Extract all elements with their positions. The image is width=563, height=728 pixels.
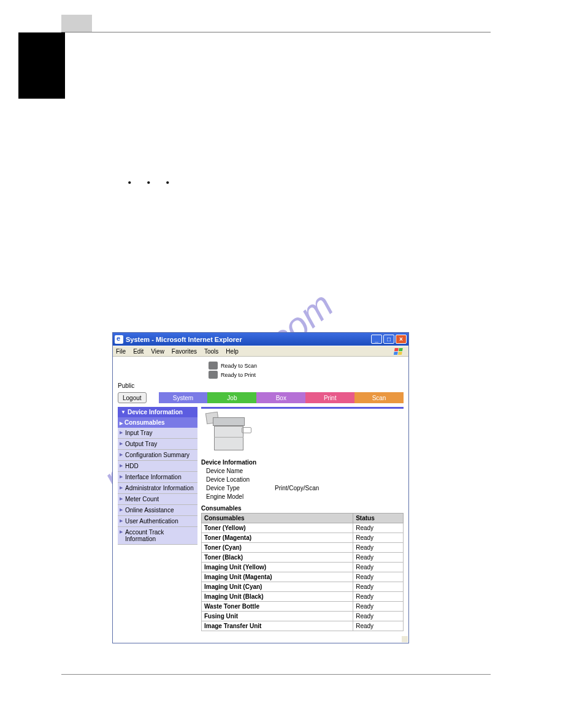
- menu-help[interactable]: Help: [226, 348, 239, 355]
- tab-job[interactable]: Job: [207, 392, 256, 403]
- consumable-status: Ready: [353, 572, 404, 582]
- sidebar-item-online-assist[interactable]: Online Assistance: [118, 505, 197, 516]
- table-row: Imaging Unit (Cyan)Ready: [202, 582, 404, 592]
- consumable-name: Toner (Cyan): [202, 543, 353, 553]
- table-row: Fusing UnitReady: [202, 612, 404, 621]
- consumables-table: Consumables Status Toner (Yellow)ReadyTo…: [201, 513, 404, 631]
- window-title: System - Microsoft Internet Explorer: [126, 336, 242, 343]
- svg-rect-4: [398, 352, 402, 355]
- window-maximize-button[interactable]: □: [383, 335, 394, 344]
- header-decorative-box: [61, 15, 92, 32]
- consumable-status: Ready: [353, 563, 404, 572]
- svg-rect-2: [399, 348, 403, 351]
- consumable-name: Imaging Unit (Black): [202, 592, 353, 602]
- consumable-status: Ready: [353, 582, 404, 592]
- label-device-type: Device Type: [206, 484, 275, 493]
- section-consumables: Consumables: [201, 505, 404, 512]
- value-device-type: Print/Copy/Scan: [275, 484, 319, 493]
- table-row: Toner (Magenta)Ready: [202, 533, 404, 543]
- consumable-status: Ready: [353, 553, 404, 563]
- consumable-status: Ready: [353, 621, 404, 631]
- ellipsis-text: . . .: [128, 170, 175, 188]
- header-rule: [61, 32, 491, 32]
- window-close-button[interactable]: ×: [396, 335, 407, 344]
- sidebar-item-interface-info[interactable]: Interface Information: [118, 472, 197, 483]
- section-tab-block: [18, 32, 65, 99]
- consumable-name: Image Transfer Unit: [202, 621, 353, 631]
- consumable-name: Imaging Unit (Cyan): [202, 582, 353, 592]
- consumable-status: Ready: [353, 543, 404, 553]
- sidebar-item-consumables[interactable]: Consumables: [118, 417, 197, 428]
- menu-favorites[interactable]: Favorites: [172, 348, 197, 355]
- main-content-panel: Device Information Device Name Device Lo…: [201, 407, 404, 659]
- col-status: Status: [353, 514, 404, 523]
- consumable-status: Ready: [353, 602, 404, 612]
- table-row: Imaging Unit (Black)Ready: [202, 592, 404, 602]
- window-minimize-button[interactable]: _: [371, 335, 382, 344]
- table-row: Waste Toner BottleReady: [202, 602, 404, 612]
- status-ready-print: Ready to Print: [221, 372, 256, 378]
- svg-rect-3: [394, 352, 398, 355]
- table-row: Image Transfer UnitReady: [202, 621, 404, 631]
- tab-scan[interactable]: Scan: [354, 392, 404, 403]
- logout-button[interactable]: Logout: [118, 392, 147, 403]
- sidebar-item-output-tray[interactable]: Output Tray: [118, 439, 197, 450]
- tab-print[interactable]: Print: [305, 392, 354, 403]
- consumable-name: Imaging Unit (Magenta): [202, 572, 353, 582]
- svg-rect-1: [394, 348, 399, 351]
- scanner-status-icon: [209, 362, 218, 370]
- device-image: [205, 412, 254, 455]
- consumable-name: Toner (Yellow): [202, 523, 353, 533]
- sidebar: Device Information Consumables Input Tra…: [118, 407, 197, 659]
- menu-view[interactable]: View: [151, 348, 164, 355]
- section-device-info: Device Information: [201, 459, 404, 466]
- sidebar-item-user-auth[interactable]: User Authentication: [118, 516, 197, 527]
- consumable-name: Fusing Unit: [202, 612, 353, 621]
- consumable-name: Imaging Unit (Yellow): [202, 563, 353, 572]
- col-consumables: Consumables: [202, 514, 353, 523]
- ie-icon: [115, 335, 123, 344]
- menu-file[interactable]: File: [116, 348, 126, 355]
- status-ready-scan: Ready to Scan: [221, 363, 257, 369]
- table-row: Toner (Black)Ready: [202, 553, 404, 563]
- menu-edit[interactable]: Edit: [133, 348, 144, 355]
- consumable-name: Toner (Magenta): [202, 533, 353, 543]
- user-mode-label: Public: [118, 382, 404, 389]
- sidebar-item-admin-info[interactable]: Administrator Information: [118, 483, 197, 494]
- resize-grip-icon[interactable]: [402, 636, 408, 642]
- sidebar-item-meter-count[interactable]: Meter Count: [118, 494, 197, 505]
- printer-status-icon: [209, 371, 218, 379]
- consumable-status: Ready: [353, 592, 404, 602]
- consumable-status: Ready: [353, 612, 404, 621]
- label-device-name: Device Name: [206, 467, 275, 476]
- sidebar-item-account-track[interactable]: Account Track Information: [118, 527, 197, 545]
- tab-box[interactable]: Box: [256, 392, 305, 403]
- tab-system[interactable]: System: [159, 392, 208, 403]
- consumable-name: Toner (Black): [202, 553, 353, 563]
- footer-rule: [61, 674, 491, 675]
- sidebar-item-input-tray[interactable]: Input Tray: [118, 428, 197, 439]
- table-row: Toner (Yellow)Ready: [202, 523, 404, 533]
- consumable-status: Ready: [353, 523, 404, 533]
- sidebar-item-config-summary[interactable]: Configuration Summary: [118, 450, 197, 461]
- consumable-name: Waste Toner Bottle: [202, 602, 353, 612]
- menu-bar: File Edit View Favorites Tools Help: [113, 346, 408, 357]
- label-device-location: Device Location: [206, 476, 275, 484]
- table-row: Toner (Cyan)Ready: [202, 543, 404, 553]
- window-titlebar[interactable]: System - Microsoft Internet Explorer _ □…: [113, 333, 408, 346]
- sidebar-header-device-info[interactable]: Device Information: [118, 407, 197, 417]
- consumable-status: Ready: [353, 533, 404, 543]
- sidebar-item-hdd[interactable]: HDD: [118, 461, 197, 472]
- browser-window: System - Microsoft Internet Explorer _ □…: [112, 332, 409, 643]
- windows-flag-icon: [392, 346, 405, 357]
- table-row: Imaging Unit (Magenta)Ready: [202, 572, 404, 582]
- table-row: Imaging Unit (Yellow)Ready: [202, 563, 404, 572]
- menu-tools[interactable]: Tools: [204, 348, 218, 355]
- label-engine-model: Engine Model: [206, 493, 275, 501]
